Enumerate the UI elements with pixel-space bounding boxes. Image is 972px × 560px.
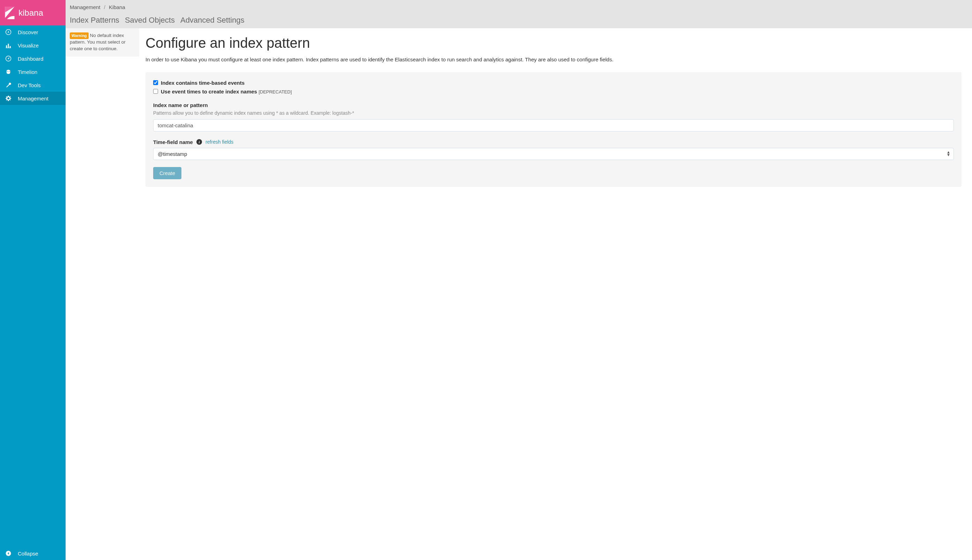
kibana-logo-icon [5, 7, 15, 19]
breadcrumb-parent[interactable]: Management [70, 4, 100, 10]
checkbox-event-times: Use event times to create index names [D… [153, 88, 954, 95]
nav-item-dashboard[interactable]: Dashboard [0, 52, 65, 65]
checkbox-time-based-label: Index contains time-based events [161, 80, 245, 86]
svg-point-11 [7, 71, 8, 72]
tab-advanced-settings[interactable]: Advanced Settings [180, 13, 244, 28]
gauge-icon [5, 55, 12, 62]
barchart-icon [5, 42, 12, 49]
nav-label: Timelion [18, 69, 37, 75]
nav-item-dev-tools[interactable]: Dev Tools [0, 78, 65, 92]
checkbox-event-times-label: Use event times to create index names [D… [161, 88, 292, 95]
checkbox-time-based: Index contains time-based events [153, 80, 954, 86]
timefield-select-wrapper: @timestamp ▲▼ [153, 148, 954, 160]
tabs: Index Patterns Saved Objects Advanced Se… [70, 13, 968, 28]
warning-box: WarningNo default index pattern. You mus… [65, 28, 139, 57]
index-name-label: Index name or pattern [153, 102, 954, 108]
collapse-icon [5, 550, 12, 557]
breadcrumb: Management / Kibana [70, 4, 968, 10]
index-name-input[interactable] [153, 119, 954, 132]
refresh-fields-link[interactable]: refresh fields [205, 139, 234, 145]
bear-icon [5, 68, 12, 75]
nav-item-visualize[interactable]: Visualize [0, 39, 65, 52]
svg-rect-5 [8, 44, 9, 48]
right-panel: Configure an index pattern In order to u… [139, 28, 972, 560]
nav-label: Dashboard [18, 56, 43, 62]
tab-index-patterns[interactable]: Index Patterns [70, 13, 119, 28]
nav-label: Management [18, 95, 48, 102]
brand-name: kibana [18, 8, 43, 18]
deprecated-tag: [DEPRECATED] [259, 89, 292, 95]
sidebar: kibana Discover Visualize Dashboard Time… [0, 0, 65, 560]
svg-rect-4 [6, 45, 7, 48]
warning-badge: Warning [70, 32, 89, 39]
nav-list: Discover Visualize Dashboard Timelion De… [0, 25, 65, 547]
breadcrumb-current: Kibana [109, 4, 125, 10]
collapse-button[interactable]: Collapse [0, 547, 65, 560]
nav-label: Visualize [18, 43, 39, 48]
checkbox-event-times-text: Use event times to create index names [161, 88, 257, 95]
svg-point-12 [9, 71, 9, 72]
collapse-label: Collapse [18, 551, 38, 557]
nav-label: Dev Tools [18, 82, 41, 88]
left-panel: WarningNo default index pattern. You mus… [65, 28, 139, 560]
svg-point-10 [8, 58, 9, 59]
timefield-group: Time-field name i refresh fields @timest… [153, 139, 954, 160]
main-area: Management / Kibana Index Patterns Saved… [65, 0, 972, 560]
checkbox-event-times-input[interactable] [153, 89, 158, 94]
breadcrumb-separator: / [104, 4, 105, 10]
timefield-label: Time-field name [153, 139, 193, 145]
gear-icon [5, 95, 12, 102]
info-icon[interactable]: i [196, 139, 202, 145]
svg-rect-6 [10, 46, 11, 48]
tab-saved-objects[interactable]: Saved Objects [125, 13, 175, 28]
wrench-icon [5, 82, 12, 88]
svg-rect-7 [6, 48, 11, 48]
page-title: Configure an index pattern [145, 35, 962, 51]
nav-item-management[interactable]: Management [0, 92, 65, 105]
timefield-select[interactable]: @timestamp [153, 148, 954, 160]
create-button[interactable]: Create [153, 167, 181, 179]
form-box: Index contains time-based events Use eve… [145, 72, 962, 187]
nav-label: Discover [18, 29, 38, 35]
index-name-hint: Patterns allow you to define dynamic ind… [153, 110, 954, 116]
brand-header[interactable]: kibana [0, 0, 65, 25]
content-area: WarningNo default index pattern. You mus… [65, 28, 972, 560]
checkbox-time-based-input[interactable] [153, 80, 158, 85]
svg-marker-3 [8, 31, 9, 33]
nav-item-discover[interactable]: Discover [0, 25, 65, 39]
svg-point-13 [8, 98, 9, 99]
page-description: In order to use Kibana you must configur… [145, 56, 962, 64]
compass-icon [5, 28, 12, 35]
nav-item-timelion[interactable]: Timelion [0, 65, 65, 78]
topbar: Management / Kibana Index Patterns Saved… [65, 0, 972, 28]
index-name-group: Index name or pattern Patterns allow you… [153, 102, 954, 132]
